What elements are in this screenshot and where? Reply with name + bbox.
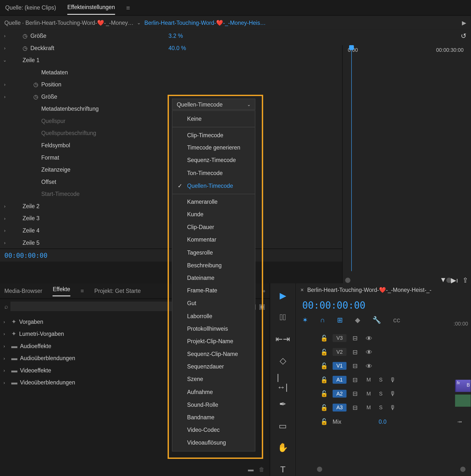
trash-icon[interactable]: 🗑: [259, 466, 264, 473]
lock-icon[interactable]: 🔓: [320, 362, 326, 369]
sequence-tab-name[interactable]: Berlin-Heart-Touching-Word-❤️-_-Money-He…: [307, 287, 431, 293]
eye-icon[interactable]: 👁: [366, 348, 372, 356]
track-a2[interactable]: 🔓A2⊟MS🎙: [296, 387, 471, 401]
tab-effects[interactable]: Effekte: [53, 286, 70, 296]
razor-tool-icon[interactable]: ◇: [277, 355, 289, 367]
ripple-tool-icon[interactable]: ⇤⇥: [277, 333, 289, 345]
hand-tool-icon[interactable]: ✋: [277, 442, 289, 454]
eye-icon[interactable]: 👁: [366, 362, 372, 370]
dropdown-item[interactable]: Videoauflösung: [172, 437, 255, 449]
track-v1[interactable]: 🔓V1⊟👁: [296, 359, 471, 373]
dropdown-item[interactable]: Protokollhinweis: [172, 322, 255, 335]
track-label[interactable]: A2: [333, 390, 347, 398]
track-select-tool-icon[interactable]: ⟶⃞: [277, 311, 289, 323]
film-icon[interactable]: ⊟: [353, 404, 359, 411]
dropdown-item[interactable]: Video-Codec: [172, 424, 255, 437]
video-clip[interactable]: fxB: [455, 380, 471, 392]
film-icon[interactable]: ⊟: [353, 362, 359, 369]
dropdown-item[interactable]: Kunde: [172, 208, 255, 221]
dropdown-item[interactable]: Dateiname: [172, 272, 255, 284]
dropdown-item[interactable]: Sequenzdauer: [172, 360, 255, 373]
cc-icon[interactable]: cc: [393, 316, 400, 324]
tab-source[interactable]: Quelle: (keine Clips): [5, 1, 56, 15]
playhead[interactable]: [351, 45, 352, 271]
dropdown-item[interactable]: Quellen-Timecode: [172, 179, 255, 192]
dropdown-item[interactable]: Gut: [172, 297, 255, 309]
zoom-handle-right[interactable]: [460, 467, 465, 472]
timeline-zoom-scrollbar[interactable]: [317, 466, 465, 472]
audio-clip[interactable]: [455, 394, 471, 407]
lock-icon[interactable]: 🔓: [320, 376, 326, 383]
track-a3[interactable]: 🔓A3⊟MS🎙: [296, 401, 471, 415]
close-icon[interactable]: ×: [301, 287, 304, 293]
panel-menu-icon[interactable]: ≡: [81, 288, 84, 294]
wrench-icon[interactable]: 🔧: [372, 316, 381, 324]
row-groesse[interactable]: ›◷ Größe 3.2 % ↺: [0, 30, 471, 42]
val-groesse[interactable]: 3.2 %: [168, 33, 183, 39]
lock-icon[interactable]: 🔓: [320, 390, 326, 397]
dropdown-item[interactable]: Aufnahme: [172, 386, 255, 398]
mix-value[interactable]: 0.0: [378, 418, 386, 425]
panel-menu-icon[interactable]: ≡: [126, 4, 130, 11]
slip-tool-icon[interactable]: |↔|: [277, 376, 289, 389]
lock-icon[interactable]: 🔓: [320, 335, 326, 341]
dropdown-item[interactable]: Sequenz-Clip-Name: [172, 348, 255, 360]
mic-icon[interactable]: 🎙: [390, 376, 396, 383]
sequence-timecode[interactable]: 00:00:00:00: [296, 296, 471, 314]
film-icon[interactable]: ⊟: [353, 390, 359, 397]
playhead-timecode[interactable]: 00:00:00:00: [4, 251, 48, 259]
new-bin-icon[interactable]: ▬: [248, 466, 254, 473]
filter-icon[interactable]: ▼: [439, 276, 446, 284]
track-a1[interactable]: 🔓A1⊟MS🎙: [296, 373, 471, 387]
dropdown-item[interactable]: Kommentar: [172, 234, 255, 246]
track-label[interactable]: V2: [333, 348, 347, 356]
film-icon[interactable]: ⊟: [353, 335, 359, 341]
reset-icon[interactable]: ↺: [458, 32, 466, 40]
badge-icon[interactable]: ▣: [259, 302, 265, 310]
dropdown-item[interactable]: Tagesrolle: [172, 246, 255, 259]
track-v2[interactable]: 🔓V2⊟👁: [296, 345, 471, 359]
metadata-dropdown[interactable]: Quellen-Timecode ⌄: [172, 99, 255, 110]
zoom-handle-left[interactable]: [345, 278, 350, 283]
marker-icon[interactable]: ◆: [355, 316, 360, 324]
rectangle-tool-icon[interactable]: ▭: [277, 420, 289, 432]
pen-tool-icon[interactable]: ✒: [277, 398, 289, 410]
play-only-icon[interactable]: ▶ı: [451, 276, 458, 284]
sequence-clip-name[interactable]: Berlin-Heart-Touching-Word-❤️-_-Money-He…: [145, 19, 266, 26]
track-label[interactable]: A3: [333, 404, 347, 411]
lock-icon[interactable]: 🔓: [320, 349, 326, 356]
tab-effect-controls[interactable]: Effekteinstellungen: [67, 0, 115, 15]
track-label[interactable]: A1: [333, 376, 347, 384]
tab-media-browser[interactable]: Media-Browser: [4, 288, 42, 294]
dropdown-item[interactable]: Bandname: [172, 411, 255, 424]
snap-icon[interactable]: ✶: [302, 316, 308, 324]
type-tool-icon[interactable]: T: [277, 463, 289, 476]
mic-icon[interactable]: 🎙: [390, 390, 396, 397]
film-icon[interactable]: ⊟: [353, 349, 359, 356]
mic-icon[interactable]: 🎙: [390, 404, 396, 411]
zoom-scrollbar[interactable]: [345, 277, 452, 283]
dropdown-item[interactable]: Clip-Timecode: [172, 127, 255, 141]
lock-icon[interactable]: 🔓: [320, 418, 326, 425]
export-icon[interactable]: ⇪: [462, 276, 468, 284]
lock-icon[interactable]: 🔓: [320, 404, 326, 411]
effect-timeline[interactable]: 0:00 00:00:30:00 ▼ ▶ı ⇪: [342, 45, 471, 285]
dropdown-item[interactable]: Beschreibung: [172, 259, 255, 272]
chevron-down-icon[interactable]: ⌄: [136, 20, 142, 26]
val-deckkraft[interactable]: 40.0 %: [168, 44, 186, 51]
dropdown-item[interactable]: Laborrolle: [172, 309, 255, 322]
output-icon[interactable]: ⤞: [457, 418, 462, 425]
tab-project[interactable]: Projekt: Get Starte: [95, 288, 141, 294]
film-icon[interactable]: ⊟: [353, 376, 359, 383]
track-label[interactable]: V1: [333, 362, 347, 370]
track-v3[interactable]: 🔓V3⊟👁: [296, 331, 471, 345]
dropdown-item[interactable]: Sound-Rolle: [172, 398, 255, 411]
track-mix[interactable]: 🔓Mix0.0⤞: [296, 415, 471, 429]
metadata-dropdown-menu[interactable]: KeineClip-TimecodeTimecode generierenSeq…: [172, 110, 255, 451]
dropdown-item[interactable]: Szene: [172, 373, 255, 386]
zoom-handle-left[interactable]: [317, 467, 322, 472]
dropdown-item[interactable]: Sequenz-Timecode: [172, 154, 255, 167]
dropdown-item[interactable]: Keine: [172, 112, 255, 125]
eye-icon[interactable]: 👁: [366, 334, 372, 342]
magnet-icon[interactable]: ∩: [320, 316, 325, 324]
